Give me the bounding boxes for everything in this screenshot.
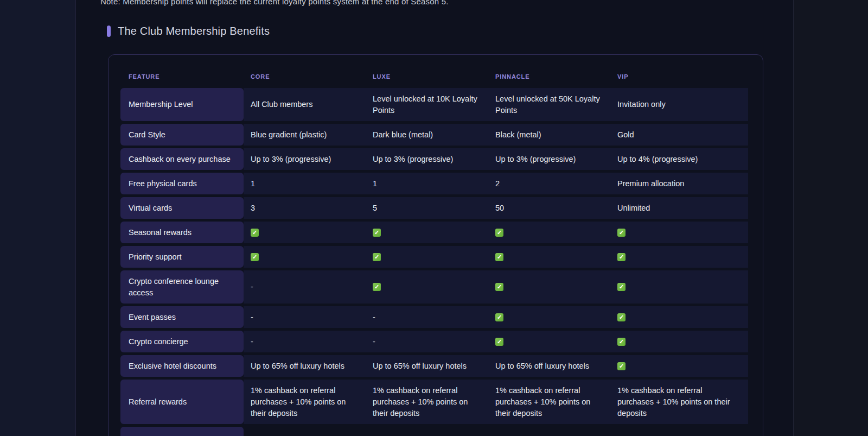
value-cell: ✓ bbox=[244, 246, 373, 268]
value-cell: Level unlocked at 50K Loyalty Points bbox=[495, 88, 617, 121]
value-cell: ✓ bbox=[495, 331, 617, 352]
table-header-row: FEATURE CORE LUXE PINNACLE VIP bbox=[120, 73, 748, 80]
value-cell: ✓ bbox=[495, 246, 617, 268]
value-cell: 1 bbox=[244, 173, 373, 194]
check-icon: ✓ bbox=[617, 283, 626, 291]
value-text: Level unlocked at 50K Loyalty Points bbox=[495, 93, 601, 116]
value-cell: ✓ bbox=[495, 306, 617, 328]
feature-cell: Membership Level bbox=[120, 88, 244, 121]
membership-note: Note: Membership points will replace the… bbox=[100, 0, 449, 7]
feature-label: Membership Level bbox=[129, 99, 193, 110]
value-cell: Invitation only bbox=[617, 88, 748, 121]
value-cell: ✓ bbox=[495, 222, 617, 243]
value-cell: 1 bbox=[373, 173, 495, 194]
value-cell: Black (metal) bbox=[495, 124, 617, 146]
feature-label: Exclusive hotel discounts bbox=[129, 361, 216, 372]
check-icon: ✓ bbox=[495, 338, 503, 346]
check-icon: ✓ bbox=[495, 283, 503, 291]
value-cell: Level unlocked at 10K Loyalty Points bbox=[373, 88, 495, 121]
check-icon: ✓ bbox=[251, 253, 259, 261]
check-icon: ✓ bbox=[617, 313, 626, 321]
value-cell: Blue gradient (plastic) bbox=[244, 124, 373, 146]
value-cell: - bbox=[244, 306, 373, 328]
value-cell: 50 bbox=[495, 197, 617, 219]
feature-cell: Card Style bbox=[120, 124, 244, 146]
value-text: 5 bbox=[373, 203, 377, 214]
value-text: Up to 3% (progressive) bbox=[495, 154, 576, 165]
column-header-core: CORE bbox=[244, 73, 373, 80]
feature-cell: Referral rewards bbox=[120, 380, 244, 424]
dash-placeholder: - bbox=[251, 281, 253, 293]
value-text: Up to 65% off luxury hotels bbox=[251, 361, 344, 372]
value-text: Unlimited bbox=[617, 203, 650, 214]
benefits-table-card: FEATURE CORE LUXE PINNACLE VIP Membershi… bbox=[108, 54, 763, 436]
table-row: Crypto conference lounge access-✓✓✓ bbox=[120, 270, 748, 304]
value-text: Premium allocation bbox=[617, 178, 684, 189]
value-cell: 1% cashback on referral purchases + 10% … bbox=[373, 380, 495, 424]
check-icon: ✓ bbox=[373, 283, 381, 291]
dash-placeholder: - bbox=[373, 336, 375, 347]
table-row: Event passes--✓✓ bbox=[120, 306, 748, 328]
feature-label: Priority support bbox=[129, 251, 182, 263]
value-cell: 2 bbox=[495, 173, 617, 194]
table-row: Card StyleBlue gradient (plastic)Dark bl… bbox=[120, 124, 748, 146]
value-cell: - bbox=[244, 331, 373, 352]
value-cell: Up to 4% (progressive) bbox=[617, 148, 748, 170]
check-icon: ✓ bbox=[495, 253, 503, 261]
value-cell: - bbox=[244, 270, 373, 304]
column-header-feature: FEATURE bbox=[120, 73, 244, 80]
value-cell: Up to 65% off luxury hotels bbox=[244, 355, 373, 377]
table-row: Priority support✓✓✓✓ bbox=[120, 246, 748, 268]
value-cell: Gold bbox=[617, 124, 748, 146]
value-cell: 1% cashback on referral purchases + 10% … bbox=[495, 380, 617, 424]
value-cell: Up to 65% off luxury hotels bbox=[495, 355, 617, 377]
check-icon: ✓ bbox=[617, 362, 626, 370]
feature-cell: Seasonal rewards bbox=[120, 222, 244, 243]
dash-placeholder: - bbox=[373, 312, 375, 323]
value-text: 1% cashback on referral purchases + 10% … bbox=[251, 385, 356, 419]
value-text: 1% cashback on referral purchases + 10% … bbox=[373, 385, 479, 419]
feature-label: Crypto conference lounge access bbox=[129, 276, 237, 299]
value-text: Invitation only bbox=[617, 99, 666, 110]
value-text: 1% cashback on referral purchases + 10% … bbox=[617, 385, 732, 419]
value-text: 3 bbox=[251, 203, 255, 214]
feature-cell: Exclusive hotel discounts bbox=[120, 355, 244, 377]
check-icon: ✓ bbox=[373, 229, 381, 237]
value-text: 1 bbox=[373, 178, 377, 189]
feature-label: Referral rewards bbox=[129, 396, 187, 408]
value-cell: ✓ bbox=[617, 306, 748, 328]
feature-cell: Cashback on every purchase bbox=[120, 148, 244, 170]
value-cell: - bbox=[373, 331, 495, 352]
check-icon: ✓ bbox=[251, 229, 259, 237]
check-icon: ✓ bbox=[617, 253, 626, 261]
table-body: Membership LevelAll Club membersLevel un… bbox=[120, 88, 748, 436]
value-text: Up to 3% (progressive) bbox=[373, 154, 453, 165]
feature-label: Free physical cards bbox=[129, 178, 197, 189]
accent-bar bbox=[107, 26, 111, 37]
feature-cell: Crypto conference lounge access bbox=[120, 270, 244, 304]
left-sidebar-area bbox=[0, 0, 75, 436]
value-cell: Unlimited bbox=[617, 197, 748, 219]
value-cell: ✓ bbox=[373, 222, 495, 243]
value-cell: ✓ bbox=[617, 355, 748, 377]
value-cell: ✓ bbox=[617, 222, 748, 243]
feature-label: Cashback on every purchase bbox=[129, 154, 231, 165]
feature-cell: Crypto concierge bbox=[120, 331, 244, 352]
check-icon: ✓ bbox=[373, 253, 381, 261]
table-row bbox=[120, 427, 748, 436]
feature-cell bbox=[120, 427, 244, 436]
value-text: 2 bbox=[495, 178, 500, 189]
feature-cell: Virtual cards bbox=[120, 197, 244, 219]
value-text: Gold bbox=[617, 129, 634, 141]
feature-label: Crypto concierge bbox=[129, 336, 188, 347]
table-row: Referral rewards1% cashback on referral … bbox=[120, 380, 748, 424]
feature-label: Card Style bbox=[129, 129, 165, 141]
value-cell: Up to 3% (progressive) bbox=[244, 148, 373, 170]
value-cell: All Club members bbox=[244, 88, 373, 121]
value-cell: 5 bbox=[373, 197, 495, 219]
table-row: Crypto concierge--✓✓ bbox=[120, 331, 748, 352]
value-cell: 1% cashback on referral purchases + 10% … bbox=[617, 380, 748, 424]
table-row: Cashback on every purchaseUp to 3% (prog… bbox=[120, 148, 748, 170]
right-panel-area bbox=[793, 0, 868, 436]
value-text: Dark blue (metal) bbox=[373, 129, 433, 141]
